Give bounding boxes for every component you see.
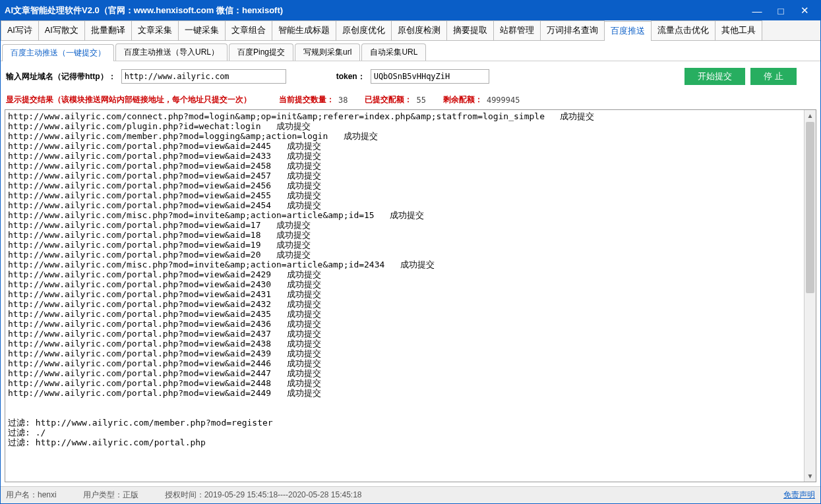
status-auth: 授权时间：2019-05-29 15:45:18----2020-05-28 1… <box>165 490 362 501</box>
input-row: 输入网址域名（记得带http）： token： 开始提交 停 止 <box>1 61 820 92</box>
window-title: AI文章智能处理软件V2.0（官网：www.henxisoft.com 微信：h… <box>5 5 745 16</box>
url-input[interactable] <box>121 69 286 84</box>
current-count-value: 38 <box>338 96 348 105</box>
stats-row: 显示提交结果（该模块推送网站内部链接地址，每个地址只提交一次） 当前提交数量： … <box>1 92 820 109</box>
main-tab-bar: AI写诗AI写散文批量翻译文章采集一键采集文章组合智能生成标题原创度优化原创度检… <box>1 20 820 41</box>
scroll-thumb[interactable] <box>806 122 814 293</box>
url-label: 输入网址域名（记得带http）： <box>6 71 116 82</box>
start-button[interactable]: 开始提交 <box>684 68 745 85</box>
main-tab-1[interactable]: AI写散文 <box>38 20 85 40</box>
status-usertype: 用户类型：正版 <box>83 490 138 501</box>
stop-button[interactable]: 停 止 <box>750 68 797 85</box>
main-tab-4[interactable]: 一键采集 <box>178 20 226 40</box>
submitted-quota-label: 已提交配额： <box>365 94 412 105</box>
log-panel: http://www.ailyric.com/connect.php?mod=l… <box>5 109 816 482</box>
main-tab-10[interactable]: 站群管理 <box>493 20 541 40</box>
main-tab-6[interactable]: 智能生成标题 <box>272 20 336 40</box>
titlebar: AI文章智能处理软件V2.0（官网：www.henxisoft.com 微信：h… <box>1 1 820 20</box>
main-tab-2[interactable]: 批量翻译 <box>84 20 132 40</box>
main-tab-13[interactable]: 流量点击优化 <box>651 20 715 40</box>
scroll-up-icon[interactable]: ▲ <box>805 110 816 121</box>
submitted-quota-value: 55 <box>416 96 425 105</box>
sub-tab-2[interactable]: 百度Ping提交 <box>229 43 293 61</box>
result-label: 显示提交结果（该模块推送网站内部链接地址，每个地址只提交一次） <box>6 94 251 105</box>
status-username: 用户名：henxi <box>6 490 57 501</box>
main-tab-5[interactable]: 文章组合 <box>225 20 272 40</box>
minimize-icon[interactable]: — <box>745 3 769 18</box>
remain-quota-label: 剩余配额： <box>443 94 483 105</box>
main-tab-7[interactable]: 原创度优化 <box>336 20 392 40</box>
sub-tab-1[interactable]: 百度主动推送（导入URL） <box>115 43 228 61</box>
scrollbar[interactable]: ▲ ▼ <box>804 110 816 482</box>
main-tab-0[interactable]: AI写诗 <box>1 20 39 40</box>
main-tab-9[interactable]: 摘要提取 <box>446 20 494 40</box>
maximize-icon[interactable]: □ <box>769 3 793 18</box>
main-tab-8[interactable]: 原创度检测 <box>391 20 447 40</box>
current-count-label: 当前提交数量： <box>279 94 334 105</box>
main-tab-12[interactable]: 百度推送 <box>604 21 652 41</box>
main-tab-3[interactable]: 文章采集 <box>131 20 179 40</box>
status-bar: 用户名：henxi 用户类型：正版 授权时间：2019-05-29 15:45:… <box>1 486 820 503</box>
close-icon[interactable]: ✕ <box>793 3 816 18</box>
remain-quota-value: 4999945 <box>487 96 520 105</box>
token-label: token： <box>336 71 365 82</box>
log-output[interactable]: http://www.ailyric.com/connect.php?mod=l… <box>5 110 804 482</box>
token-input[interactable] <box>371 69 489 84</box>
main-tab-14[interactable]: 其他工具 <box>715 20 762 40</box>
scroll-down-icon[interactable]: ▼ <box>805 470 816 482</box>
disclaimer-link[interactable]: 免责声明 <box>783 490 815 501</box>
app-window: AI文章智能处理软件V2.0（官网：www.henxisoft.com 微信：h… <box>0 0 821 504</box>
sub-tab-3[interactable]: 写规则采集url <box>295 43 360 61</box>
main-tab-11[interactable]: 万词排名查询 <box>540 20 605 40</box>
sub-tab-0[interactable]: 百度主动推送（一键提交） <box>2 44 114 61</box>
sub-tab-bar: 百度主动推送（一键提交）百度主动推送（导入URL）百度Ping提交写规则采集ur… <box>1 41 820 61</box>
sub-tab-4[interactable]: 自动采集URL <box>361 43 426 61</box>
